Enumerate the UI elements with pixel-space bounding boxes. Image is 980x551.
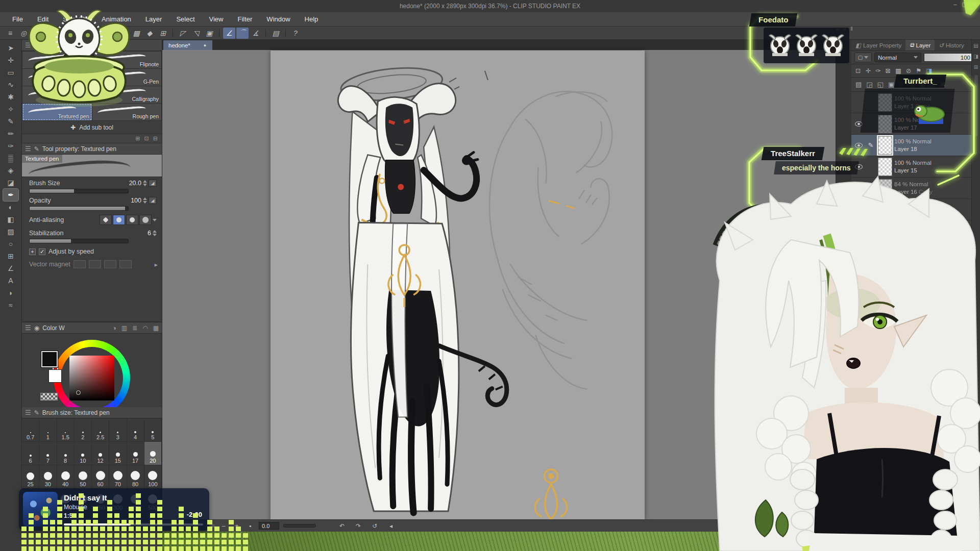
toolbar-icon[interactable] — [285, 29, 286, 37]
toolbar-icon[interactable]: ◆ — [143, 28, 156, 39]
window-control-button[interactable]: – — [953, 1, 957, 8]
layer-tool-icon[interactable]: ✑ — [875, 67, 880, 74]
color-tab-icon[interactable]: ◠ — [142, 324, 148, 332]
document-tab[interactable]: hedone* ● — [163, 40, 212, 50]
edge-icon[interactable]: ▤ — [973, 43, 978, 48]
layer-name[interactable]: Layer 16 — [894, 210, 928, 216]
brush-size-cell[interactable]: 15 — [109, 442, 127, 465]
toolbar-icon[interactable]: ⊡ — [51, 28, 63, 39]
toolbar-icon[interactable]: ◸ — [177, 28, 189, 39]
subtool-item[interactable] — [22, 52, 92, 68]
color-tab-icon[interactable]: ▦ — [153, 324, 159, 332]
toolbar-icon[interactable]: ▢ — [37, 28, 50, 39]
sv-marker[interactable] — [76, 390, 81, 395]
rotate-button[interactable]: ↷ — [354, 522, 363, 530]
layer-action-icon[interactable]: ◱ — [877, 81, 884, 88]
expand-arrow-icon[interactable]: ▸ — [155, 261, 158, 268]
menu-item[interactable]: Animation — [94, 12, 138, 26]
tool-icon[interactable]: ◧ — [3, 213, 18, 226]
rotate-button[interactable]: ↺ — [370, 522, 379, 530]
rotate-button[interactable]: ↶ — [337, 522, 347, 530]
panel-menu-icon[interactable]: ☰ — [25, 324, 31, 332]
toolbar-icon[interactable]: ≡ — [4, 28, 16, 39]
brush-size-cell[interactable]: 80 — [127, 465, 144, 489]
layer-thumbnail[interactable] — [878, 201, 892, 219]
toolbar-icon[interactable] — [113, 29, 113, 37]
layer-row[interactable]: ✎ 46 % Normal Layer 16 — [851, 199, 971, 220]
brush-size-cell[interactable]: 0.7 — [22, 418, 39, 442]
chevron-down-icon[interactable] — [153, 219, 157, 221]
toolbar-icon[interactable]: ⌒ — [236, 28, 249, 39]
brush-size-cell[interactable]: 4 — [127, 418, 144, 442]
chat-username-badge[interactable]: Turrbert_ — [894, 74, 946, 88]
tool-property-header[interactable]: ☰ ✎ Tool property: Textured pen — [22, 143, 162, 155]
brush-size-cell[interactable]: 70 — [109, 465, 127, 489]
toolbar-icon[interactable]: ▣ — [203, 28, 215, 39]
layer-row[interactable]: ✎ 100 % Normal Layer 18 — [851, 135, 971, 156]
collapse-icon[interactable]: ‖ — [850, 26, 853, 32]
layer-thumbnail[interactable] — [878, 243, 892, 262]
aa-middle-button[interactable] — [126, 215, 138, 225]
toolbar-icon[interactable]: ? — [289, 28, 302, 39]
color-tab-icon[interactable]: ▥ — [121, 324, 127, 332]
vector-magnet-option[interactable] — [119, 260, 132, 268]
stabilization-slider[interactable] — [29, 239, 129, 243]
layer-row[interactable]: ✎ 100 % Normal Layer 15 — [851, 156, 971, 178]
menu-item[interactable]: View — [202, 12, 231, 26]
tool-icon[interactable]: ◈ — [3, 164, 18, 177]
tool-icon[interactable]: ⊞ — [3, 250, 18, 262]
tool-icon[interactable]: ▨ — [3, 226, 18, 238]
opacity-dynamics-button[interactable]: ◢ — [149, 197, 157, 204]
tool-icon[interactable]: ◪ — [3, 177, 18, 189]
toolbar-icon[interactable]: ↷ — [97, 28, 109, 39]
tool-icon[interactable]: ✑ — [3, 140, 18, 152]
layer-row[interactable]: ✎ 100 % Normal Copy — [851, 242, 971, 263]
window-control-button[interactable]: ▢ — [962, 1, 967, 8]
brush-size-cell[interactable]: 1 — [39, 418, 57, 442]
blend-mode-select[interactable]: Normal — [874, 53, 921, 62]
tool-icon[interactable]: ∠ — [3, 262, 18, 274]
layer-tool-icon[interactable]: ⊘ — [906, 67, 911, 74]
chat-username-badge[interactable]: TreeStalkerr — [762, 147, 824, 160]
background-color-chip[interactable] — [48, 369, 62, 383]
subtool-item[interactable] — [22, 69, 92, 86]
rotation-slider[interactable] — [283, 524, 316, 528]
toolbar-icon[interactable] — [173, 29, 173, 37]
subtool-item[interactable]: Flipnote — [92, 52, 162, 68]
layer-tool-icon[interactable]: ⊡ — [855, 67, 861, 74]
menu-item[interactable]: Help — [298, 12, 326, 26]
chat-username-badge[interactable]: Foedato — [749, 13, 798, 27]
tool-icon[interactable]: ○ — [3, 238, 18, 250]
tool-icon[interactable]: ◗ — [3, 287, 18, 299]
tool-icon[interactable]: ≈ — [3, 299, 18, 311]
edge-icon[interactable]: ⊞ — [974, 64, 978, 70]
layer-action-icon[interactable]: ◲ — [866, 81, 872, 88]
menu-item[interactable]: Filter — [230, 12, 259, 26]
color-tab-icon[interactable]: ≣ — [132, 324, 137, 332]
brush-size-cell[interactable]: 5 — [144, 418, 162, 442]
subtool-item[interactable]: Calligraphy — [92, 86, 162, 103]
vector-magnet-option[interactable] — [74, 260, 86, 268]
layer-name[interactable]: Copy — [894, 253, 932, 259]
toolbar-icon[interactable] — [219, 29, 219, 37]
layer-action-icon[interactable]: ▣ — [888, 81, 894, 88]
foreground-color-chip[interactable] — [41, 351, 58, 367]
menu-item[interactable]: Layer — [138, 12, 169, 26]
brush-size-cell[interactable]: 17 — [127, 442, 144, 465]
layer-name[interactable]: Layer 15 — [894, 167, 932, 173]
opacity-stepper[interactable] — [143, 197, 147, 204]
tool-icon[interactable]: ✎ — [3, 115, 18, 128]
toolbar-icon[interactable] — [80, 29, 80, 37]
brush-size-cell[interactable]: 7 — [39, 442, 57, 465]
canvas-artwork[interactable] — [271, 51, 645, 520]
toolbar-icon[interactable]: ▩ — [130, 28, 142, 39]
layer-name[interactable]: Layer 18 — [894, 146, 932, 152]
color-wheel-header[interactable]: ☰ ◉ Color W ◑▥≣◠▦ — [22, 322, 162, 334]
layer-tool-icon[interactable]: ⊠ — [885, 67, 890, 74]
tool-icon[interactable]: ▒ — [3, 152, 18, 164]
visibility-eye-icon[interactable] — [855, 186, 863, 191]
toolbar-icon[interactable]: ⊟ — [64, 28, 76, 39]
menu-item[interactable]: File — [5, 12, 30, 26]
subtool-item[interactable]: G-pen — [22, 86, 92, 103]
brush-size-cell[interactable]: 10 — [75, 442, 92, 465]
